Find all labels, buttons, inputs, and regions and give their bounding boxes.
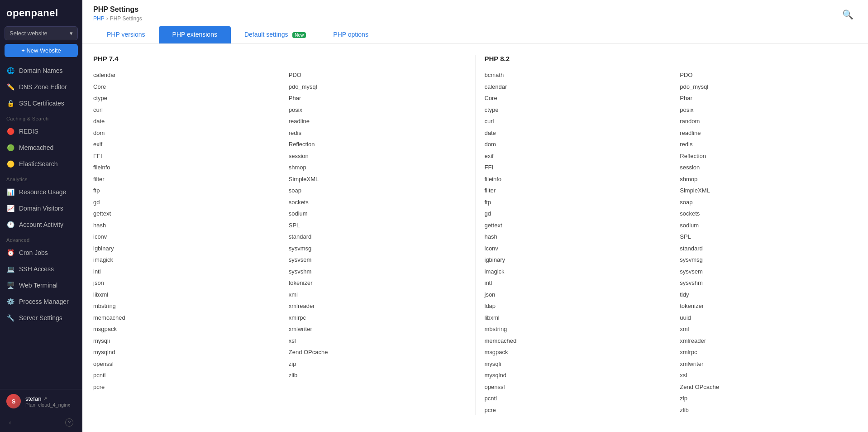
extension-item: exif bbox=[485, 151, 662, 162]
sidebar-item-label: Domain Names bbox=[19, 67, 62, 74]
extension-item: ldap bbox=[485, 301, 662, 312]
sidebar-item-label: Web Terminal bbox=[19, 282, 57, 289]
sidebar-item-label: Process Manager bbox=[19, 298, 69, 305]
activity-icon: 🕐 bbox=[6, 221, 14, 229]
extension-item: pcre bbox=[485, 405, 662, 416]
tab-php-versions[interactable]: PHP versions bbox=[93, 26, 159, 43]
extension-item: sysvsem bbox=[680, 266, 857, 277]
extension-item: soap bbox=[680, 197, 857, 208]
redis-icon: 🔴 bbox=[6, 127, 14, 135]
tab-php-options[interactable]: PHP options bbox=[320, 26, 382, 43]
main-content: PHP Settings PHP › PHP Settings 🔍 PHP ve… bbox=[82, 0, 868, 432]
php74-extensions-grid: calendarCorectypecurldatedomexifFFIfilei… bbox=[93, 70, 466, 392]
extension-item: hash bbox=[93, 220, 271, 231]
extension-item: standard bbox=[289, 231, 466, 242]
extension-item: posix bbox=[289, 105, 466, 115]
extension-item: xmlrpc bbox=[680, 347, 857, 358]
collapse-icon: ‹ bbox=[9, 419, 11, 426]
ssh-icon: 💻 bbox=[6, 265, 14, 273]
user-plan: Plan: cloud_4_nginx bbox=[25, 402, 76, 408]
sidebar-collapse-button[interactable]: ‹ ? bbox=[5, 416, 78, 429]
extension-item: sodium bbox=[289, 208, 466, 219]
sidebar-user-area: S stefan ↗ Plan: cloud_4_nginx bbox=[0, 389, 82, 413]
extension-item: gettext bbox=[93, 208, 271, 219]
extension-item: date bbox=[485, 128, 662, 139]
new-website-button[interactable]: + New Website bbox=[5, 44, 78, 57]
extension-item: shmop bbox=[680, 174, 857, 185]
extension-item: Core bbox=[93, 82, 271, 92]
extension-item: fileinfo bbox=[93, 162, 271, 173]
extension-item: session bbox=[680, 162, 857, 173]
extension-item: zlib bbox=[680, 405, 857, 416]
extension-item: igbinary bbox=[485, 254, 662, 265]
extension-item: gd bbox=[485, 208, 662, 219]
extension-item: iconv bbox=[93, 231, 271, 242]
extension-item: igbinary bbox=[93, 243, 271, 254]
extension-item: posix bbox=[680, 105, 857, 115]
extension-item: memcached bbox=[93, 312, 271, 323]
terminal-icon: 🖥️ bbox=[6, 281, 14, 289]
select-website-label: Select website bbox=[10, 30, 48, 37]
sidebar-item-web-terminal[interactable]: 🖥️ Web Terminal bbox=[0, 277, 82, 293]
extension-item: sysvmsg bbox=[289, 243, 466, 254]
sidebar-item-label: Memcached bbox=[19, 144, 53, 151]
cron-icon: ⏰ bbox=[6, 249, 14, 257]
sidebar-item-elasticsearch[interactable]: 🟡 ElasticSearch bbox=[0, 156, 82, 172]
extension-item: xml bbox=[289, 289, 466, 300]
sidebar-item-dns-zone-editor[interactable]: ✏️ DNS Zone Editor bbox=[0, 79, 82, 95]
sidebar-item-domain-names[interactable]: 🌐 Domain Names bbox=[0, 62, 82, 79]
extension-item: SPL bbox=[289, 220, 466, 231]
extension-item: json bbox=[93, 278, 271, 288]
help-icon[interactable]: ? bbox=[65, 418, 73, 427]
extension-item: gettext bbox=[485, 220, 662, 231]
sidebar-item-cron-jobs[interactable]: ⏰ Cron Jobs bbox=[0, 245, 82, 261]
extension-item: pdo_mysql bbox=[289, 82, 466, 92]
extension-item: mysqli bbox=[485, 359, 662, 370]
sidebar-item-process-manager[interactable]: ⚙️ Process Manager bbox=[0, 293, 82, 310]
sidebar-item-label: Server Settings bbox=[19, 314, 62, 322]
extension-item: tokenizer bbox=[289, 278, 466, 288]
user-info: stefan ↗ Plan: cloud_4_nginx bbox=[25, 395, 76, 408]
lock-icon: 🔒 bbox=[6, 99, 14, 107]
extension-item: ctype bbox=[485, 105, 662, 115]
tab-default-settings[interactable]: Default settings New bbox=[231, 26, 320, 43]
tab-php-extensions[interactable]: PHP extensions bbox=[159, 26, 231, 43]
extension-item: Core bbox=[485, 93, 662, 104]
sidebar-item-domain-visitors[interactable]: 📈 Domain Visitors bbox=[0, 200, 82, 216]
extension-item: xmlreader bbox=[680, 336, 857, 346]
extension-item: pcre bbox=[93, 382, 271, 393]
sidebar-item-memcached[interactable]: 🟢 Memcached bbox=[0, 139, 82, 156]
sidebar-item-ssl-certificates[interactable]: 🔒 SSL Certificates bbox=[0, 95, 82, 111]
extension-item: intl bbox=[93, 266, 271, 277]
extension-item: libxml bbox=[485, 312, 662, 323]
extension-item: xsl bbox=[680, 370, 857, 381]
extension-item: session bbox=[289, 151, 466, 162]
extension-item: sysvsem bbox=[289, 254, 466, 265]
sidebar-item-resource-usage[interactable]: 📊 Resource Usage bbox=[0, 184, 82, 200]
extension-item: curl bbox=[485, 116, 662, 127]
sidebar-item-ssh-access[interactable]: 💻 SSH Access bbox=[0, 261, 82, 277]
extension-item: dom bbox=[485, 139, 662, 150]
extension-item: sysvshm bbox=[289, 266, 466, 277]
search-icon[interactable]: 🔍 bbox=[839, 5, 857, 24]
extension-item: msgpack bbox=[485, 347, 662, 358]
sidebar-section-advanced: Advanced ⏰ Cron Jobs 💻 SSH Access 🖥️ Web… bbox=[0, 233, 82, 326]
extension-item: pcntl bbox=[485, 393, 662, 404]
extension-item: msgpack bbox=[93, 324, 271, 335]
extension-item: mysqlnd bbox=[93, 347, 271, 358]
extension-item: zlib bbox=[289, 370, 466, 381]
sidebar-item-redis[interactable]: 🔴 REDIS bbox=[0, 123, 82, 139]
extension-item: calendar bbox=[485, 82, 662, 92]
visitors-icon: 📈 bbox=[6, 204, 14, 212]
breadcrumb-php[interactable]: PHP bbox=[93, 15, 105, 22]
sidebar-item-label: REDIS bbox=[19, 128, 38, 135]
extension-item: date bbox=[93, 116, 271, 127]
extension-item: mysqlnd bbox=[485, 370, 662, 381]
extension-item: shmop bbox=[289, 162, 466, 173]
select-website-dropdown[interactable]: Select website ▾ bbox=[5, 26, 78, 40]
sidebar-item-server-settings[interactable]: 🔧 Server Settings bbox=[0, 310, 82, 326]
sidebar-item-label: Resource Usage bbox=[19, 188, 66, 196]
sidebar-item-account-activity[interactable]: 🕐 Account Activity bbox=[0, 216, 82, 233]
username[interactable]: stefan ↗ bbox=[25, 395, 76, 402]
extension-item: fileinfo bbox=[485, 174, 662, 185]
